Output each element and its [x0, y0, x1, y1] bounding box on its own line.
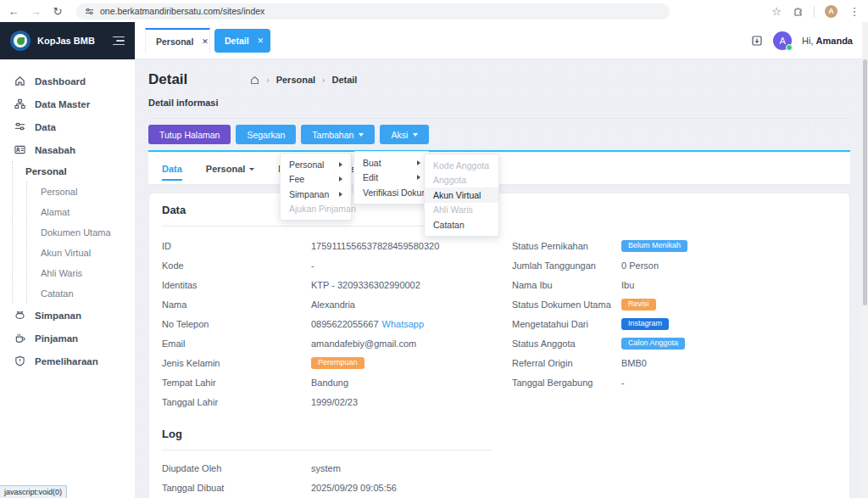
- field-label: No Telepon: [162, 319, 311, 329]
- field-row: Nama IbuIbu: [512, 275, 837, 294]
- content-tab-label: Data: [162, 164, 182, 174]
- extensions-icon[interactable]: [793, 6, 804, 16]
- field-label: Email: [162, 339, 311, 349]
- sidebar-subitem-dokumen-utama[interactable]: Dokumen Utama: [27, 222, 135, 243]
- browser-forward-icon[interactable]: →: [29, 5, 42, 18]
- main-content: Detail › Personal › Detail Detail inform…: [136, 59, 868, 498]
- breadcrumb-separator: ›: [322, 76, 325, 85]
- field-label: Tempat Lahir: [162, 378, 311, 388]
- menu-item-anggota: Anggota: [425, 173, 498, 188]
- menu-item-catatan[interactable]: Catatan: [425, 217, 498, 232]
- breadcrumb-separator: ›: [266, 76, 269, 85]
- page-tab-label: Personal: [156, 36, 193, 47]
- field-row: Status AnggotaCalon Anggota: [512, 333, 837, 353]
- field-row: Emailamandafebiy@gmail.com: [162, 333, 512, 353]
- export-icon[interactable]: [751, 35, 763, 47]
- sidebar-item-pinjaman[interactable]: Pinjaman: [0, 327, 135, 350]
- field-label: Status Anggota: [512, 339, 621, 349]
- sidebar-item-data-master[interactable]: Data Master: [0, 92, 135, 115]
- field-row: IdentitasKTP - 3209336302990002: [162, 275, 512, 294]
- address-bar[interactable]: one.berkatmandiribersatu.com/sites/index: [76, 3, 670, 20]
- browser-status-bubble: javascript:void(0): [0, 485, 67, 498]
- breadcrumb-personal[interactable]: Personal: [276, 75, 315, 85]
- field-row: Tanggal Lahir1999/02/23: [162, 392, 512, 411]
- sitemap-icon: [14, 98, 25, 109]
- header-divider: [148, 118, 850, 119]
- browser-menu-icon[interactable]: ⋮: [848, 5, 861, 18]
- menu-item-buat[interactable]: Buat: [354, 155, 429, 171]
- page-title: Detail: [148, 71, 187, 88]
- field-label: Jenis Kelamin: [162, 358, 311, 368]
- scrollbar-thumb[interactable]: [863, 59, 867, 305]
- sidebar-subitem-alamat[interactable]: Alamat: [27, 202, 135, 222]
- shield-icon: [14, 355, 25, 367]
- menu-item-verifikasi-dokumen[interactable]: Verifikasi Dokumen: [354, 185, 429, 200]
- menu-item-kode-anggota: Kode Anggota: [425, 158, 498, 173]
- menu-item-label: Ajukan Pinjaman: [289, 204, 356, 214]
- sliders-icon: [14, 121, 25, 132]
- field-value: system: [311, 463, 341, 473]
- menu-item-edit[interactable]: Edit: [354, 171, 429, 186]
- user-avatar[interactable]: A: [773, 31, 792, 50]
- bookmark-star-icon[interactable]: ☆: [770, 5, 783, 18]
- extra-dropdown-button[interactable]: Tambahan: [301, 125, 375, 144]
- field-value: Ibu: [621, 280, 634, 290]
- menu-item-ahli-waris: Ahli Waris: [425, 203, 498, 218]
- action-dropdown-button[interactable]: Aksi: [380, 125, 429, 144]
- close-page-button[interactable]: Tutup Halaman: [148, 125, 231, 144]
- sidebar-item-dashboard[interactable]: Dashboard: [0, 70, 135, 92]
- menu-item-fee[interactable]: Fee: [281, 172, 351, 187]
- browser-reload-icon[interactable]: ↻: [51, 5, 64, 18]
- sidebar-toggle-icon[interactable]: [113, 36, 125, 46]
- menu-item-personal[interactable]: Personal: [281, 157, 351, 172]
- sidebar-item-pemeliharaan[interactable]: Pemeliharaan: [0, 350, 135, 372]
- user-name: Amanda: [816, 36, 853, 46]
- field-value: amandafebiy@gmail.com: [311, 339, 416, 349]
- sidebar-item-label: Data: [35, 122, 56, 132]
- page-tab-personal[interactable]: Personal ✕: [145, 28, 210, 53]
- menu-item-akun-virtual[interactable]: Akun Virtual: [425, 187, 498, 203]
- close-tab-icon[interactable]: ✕: [202, 37, 209, 46]
- menu-item-simpanan[interactable]: Simpanan: [281, 187, 351, 202]
- sidebar-subitem-personal[interactable]: Personal: [27, 182, 135, 202]
- content-tab-data[interactable]: Data: [162, 152, 182, 184]
- page-scrollbar[interactable]: [862, 22, 868, 498]
- field-row: Referral OriginBMB0: [512, 353, 837, 372]
- field-value: -: [311, 260, 314, 271]
- sidebar-subitem-ahli-waris[interactable]: Ahli Waris: [27, 263, 135, 283]
- field-value: -: [621, 378, 625, 388]
- field-row: Jumlah Tanggungan0 Person: [512, 255, 837, 275]
- browser-profile-avatar[interactable]: A: [825, 5, 837, 18]
- sidebar-item-data[interactable]: Data: [0, 115, 135, 138]
- refresh-button[interactable]: Segarkan: [236, 125, 296, 144]
- menu-item-label: Buat: [363, 158, 410, 168]
- content-tab-personal[interactable]: Personal: [206, 152, 254, 184]
- sidebar-item-personal-group[interactable]: Personal: [13, 161, 135, 182]
- sidebar-subitem-catatan[interactable]: Catatan: [27, 283, 135, 304]
- field-label: Kode: [162, 260, 311, 271]
- field-label: Status Pernikahan: [512, 241, 621, 251]
- screen: ← → ↻ one.berkatmandiribersatu.com/sites…: [0, 0, 868, 498]
- field-row: ID1759111556537828459580320: [162, 236, 512, 255]
- content-tabstrip: DataPersonalFeeSimpanan: [148, 150, 850, 185]
- field-row: Tanggal Dibuat2025/09/29 09:05:56: [162, 478, 512, 497]
- field-value: 1999/02/23: [311, 397, 358, 407]
- sidebar-item-nasabah[interactable]: Nasabah: [0, 138, 135, 161]
- field-value: 0 Person: [621, 260, 659, 271]
- section-divider: [162, 450, 492, 450]
- status-badge: Calon Anggota: [621, 338, 685, 350]
- chevron-right-icon: [417, 175, 420, 180]
- close-tab-icon[interactable]: ✕: [258, 36, 264, 45]
- whatsapp-link[interactable]: Whatsapp: [382, 319, 425, 329]
- sidebar-subitem-akun-virtual[interactable]: Akun Virtual: [27, 243, 135, 263]
- url-text: one.berkatmandiribersatu.com/sites/index: [100, 6, 264, 16]
- menu-item-label: Fee: [289, 174, 332, 184]
- browser-back-icon[interactable]: ←: [7, 5, 20, 18]
- chevron-down-icon: [413, 133, 418, 137]
- sidebar-nav: Dashboard Data Master Data Nasabah Perso…: [0, 59, 135, 372]
- menu-item-label: Personal: [289, 159, 332, 170]
- chevron-right-icon: [339, 176, 342, 182]
- breadcrumb-home-icon[interactable]: [250, 76, 259, 85]
- page-tab-detail[interactable]: Detail ✕: [214, 29, 270, 53]
- sidebar-item-simpanan[interactable]: Simpanan: [0, 304, 135, 327]
